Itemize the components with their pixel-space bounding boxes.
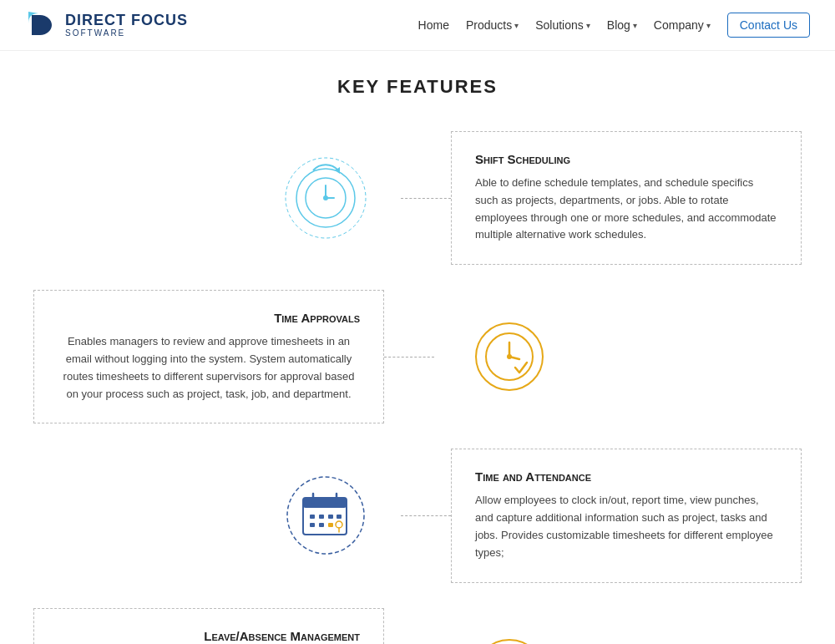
nav-products-label: Products: [466, 18, 512, 32]
nav-solutions[interactable]: Solutions ▾: [535, 18, 590, 32]
svg-rect-19: [328, 515, 333, 519]
nav-company-label: Company: [654, 18, 704, 32]
logo-brand: DIRECT FOCUS: [65, 13, 188, 29]
connector-line-3: [401, 515, 451, 516]
shift-scheduling-icon: [280, 152, 372, 244]
leave-absence-icon: [463, 629, 555, 644]
contact-button[interactable]: Contact Us: [727, 13, 810, 38]
nav-blog[interactable]: Blog ▾: [607, 18, 637, 32]
logo-icon: [25, 8, 58, 42]
nav-solutions-label: Solutions: [535, 18, 584, 32]
connector-3: [401, 515, 451, 516]
time-approvals-desc: Enables managers to review and approve t…: [58, 333, 360, 403]
logo-text: DIRECT FOCUS SOFTWARE: [65, 13, 188, 38]
blog-caret-icon: ▾: [633, 21, 637, 30]
page-title: KEY FEATURES: [33, 76, 802, 98]
svg-point-24: [336, 521, 342, 528]
time-attendance-desc: Allow employees to clock in/out, report …: [475, 492, 777, 561]
time-attendance-icon-area: [250, 469, 401, 561]
site-header: DIRECT FOCUS SOFTWARE Home Products ▾ So…: [0, 0, 835, 51]
shift-scheduling-icon-area: [250, 152, 401, 244]
shift-scheduling-title: Shift Scheduling: [475, 152, 777, 166]
feature-row-leave: Leave/Absence Management Submit leave re…: [33, 608, 802, 644]
feature-row-shift: Shift Scheduling Able to define schedule…: [33, 131, 802, 265]
connector-line-1: [401, 198, 451, 199]
feature-row-attendance: Time and Attendance Allow employees to c…: [33, 449, 802, 582]
svg-rect-17: [310, 515, 315, 519]
svg-rect-23: [328, 523, 333, 527]
nav-products[interactable]: Products ▾: [466, 18, 519, 32]
time-attendance-title: Time and Attendance: [475, 469, 777, 484]
svg-rect-14: [303, 498, 347, 508]
connector-line-2: [384, 357, 434, 357]
time-approvals-card: Time Approvals Enables managers to revie…: [33, 290, 384, 423]
connector-1: [401, 198, 451, 199]
products-caret-icon: ▾: [514, 21, 519, 30]
main-content: KEY FEATURES: [0, 51, 835, 644]
svg-point-12: [287, 477, 364, 554]
svg-rect-22: [319, 523, 324, 527]
leave-absence-card: Leave/Absence Management Submit leave re…: [33, 608, 384, 644]
shift-scheduling-desc: Able to define schedule templates, and s…: [475, 175, 777, 244]
main-nav: Home Products ▾ Solutions ▾ Blog ▾ Compa…: [418, 13, 810, 38]
company-caret-icon: ▾: [706, 21, 711, 30]
svg-rect-21: [310, 523, 315, 527]
time-attendance-card: Time and Attendance Allow employees to c…: [451, 449, 802, 582]
feature-row-approvals: Time Approvals Enables managers to revie…: [33, 290, 802, 423]
leave-absence-title: Leave/Absence Management: [58, 629, 360, 643]
features-container: Shift Scheduling Able to define schedule…: [33, 131, 802, 644]
nav-home[interactable]: Home: [418, 18, 449, 32]
time-approvals-title: Time Approvals: [58, 311, 360, 325]
svg-rect-18: [319, 515, 324, 519]
svg-point-26: [474, 640, 544, 644]
nav-company[interactable]: Company ▾: [654, 18, 711, 32]
time-approvals-icon-area: [434, 311, 584, 403]
solutions-caret-icon: ▾: [586, 21, 590, 30]
shift-scheduling-card: Shift Scheduling Able to define schedule…: [451, 131, 802, 265]
logo[interactable]: DIRECT FOCUS SOFTWARE: [25, 8, 188, 42]
leave-absence-icon-area: [434, 629, 584, 644]
time-attendance-icon: [280, 469, 372, 561]
logo-sub: SOFTWARE: [65, 28, 188, 38]
svg-rect-20: [337, 515, 342, 519]
time-approvals-icon: [463, 311, 555, 403]
svg-point-11: [507, 354, 512, 359]
nav-blog-label: Blog: [607, 18, 630, 32]
svg-point-6: [323, 195, 328, 200]
connector-2: [384, 357, 434, 357]
